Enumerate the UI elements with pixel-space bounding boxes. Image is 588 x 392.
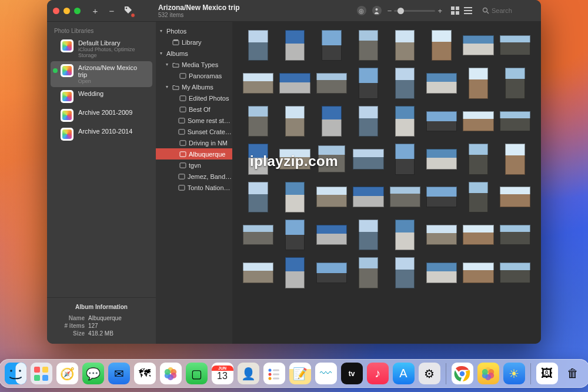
thumbnail-area[interactable] (232, 22, 541, 344)
thumbnail[interactable] (353, 182, 383, 212)
add-button[interactable]: + (90, 6, 101, 16)
thumbnail[interactable] (463, 182, 493, 212)
thumbnail[interactable] (426, 68, 457, 98)
library-item[interactable]: Archive 2010-2014 (51, 125, 152, 144)
dock-mail[interactable]: ✉︎ (108, 363, 130, 384)
thumbnail[interactable] (316, 144, 347, 174)
thumbnail[interactable] (500, 30, 530, 61)
dock-safari[interactable]: 🧭 (56, 363, 78, 384)
source-row[interactable]: Panoramas (156, 70, 232, 81)
source-row[interactable]: Albuquerque (156, 148, 232, 160)
dock-chrome[interactable] (452, 363, 473, 384)
dock-weather[interactable]: ☀︎ (503, 363, 525, 384)
disclosure-icon[interactable] (164, 62, 170, 67)
source-row[interactable]: Media Types (156, 59, 232, 70)
thumbnail[interactable] (243, 30, 273, 61)
thumbnail[interactable] (500, 144, 530, 174)
thumbnail[interactable] (243, 220, 273, 250)
thumbnail[interactable] (279, 30, 310, 61)
source-row[interactable]: Tonto National For... (156, 182, 232, 193)
thumbnail[interactable] (243, 106, 273, 137)
close-icon[interactable] (53, 8, 59, 14)
source-row[interactable]: My Albums (156, 81, 232, 92)
dock-facetime[interactable]: ▢ (186, 363, 208, 384)
dock-notes[interactable]: 📝 (289, 363, 311, 384)
thumbnail[interactable] (279, 220, 310, 250)
thumbnail[interactable] (316, 106, 347, 137)
dock-doc[interactable]: 🖼 (536, 363, 558, 384)
disclosure-icon[interactable] (164, 84, 170, 89)
thumbnail[interactable] (500, 68, 530, 98)
dock-launchpad[interactable] (31, 363, 52, 384)
thumbnail[interactable] (500, 182, 530, 212)
thumbnail[interactable] (426, 30, 457, 61)
thumbnail[interactable] (426, 144, 457, 174)
library-item[interactable]: Arizona/New Mexico tripOpen (51, 61, 152, 87)
thumbnail[interactable] (316, 220, 347, 250)
thumbnail[interactable] (426, 257, 457, 288)
minimize-icon[interactable] (64, 8, 70, 14)
thumbnail[interactable] (353, 30, 383, 61)
dock-appstore[interactable]: A (393, 363, 415, 384)
thumbnail[interactable] (463, 144, 493, 174)
thumbnail[interactable] (463, 257, 493, 288)
source-row[interactable]: Albums (156, 48, 232, 59)
thumbnail[interactable] (500, 106, 530, 137)
dock-trash[interactable]: 🗑 (562, 363, 584, 384)
dock-messages[interactable]: 💬 (82, 363, 104, 384)
dock-powerphotos[interactable] (477, 363, 499, 384)
dock-reminders[interactable] (263, 363, 285, 384)
thumbnail[interactable] (243, 144, 273, 174)
dock-finder[interactable] (5, 363, 26, 384)
thumbnail[interactable] (353, 68, 383, 98)
remove-button[interactable]: − (106, 6, 117, 16)
dock-contacts[interactable]: 👤 (238, 363, 259, 384)
thumbnail[interactable] (390, 68, 420, 98)
thumbnail[interactable] (390, 144, 420, 174)
zoom-out-icon[interactable]: − (387, 6, 392, 15)
thumbnail[interactable] (390, 182, 420, 212)
thumbnail[interactable] (279, 68, 310, 98)
disclosure-icon[interactable] (158, 28, 164, 34)
source-row[interactable]: Edited Photos (156, 92, 232, 104)
thumbnail[interactable] (316, 30, 347, 61)
thumbnail[interactable] (353, 220, 383, 250)
thumbnail[interactable] (316, 68, 347, 98)
thumbnail[interactable] (463, 220, 493, 250)
thumbnail[interactable] (243, 182, 273, 212)
source-row[interactable]: Photos (156, 25, 232, 36)
search-field[interactable] (482, 7, 535, 14)
thumbnail[interactable] (390, 106, 420, 137)
zoom-in-icon[interactable]: + (437, 6, 442, 15)
library-item[interactable]: Wedding (51, 87, 152, 106)
thumbnail[interactable] (243, 68, 273, 98)
thumbnail[interactable] (463, 30, 493, 61)
thumbnail[interactable] (426, 182, 457, 212)
dock-settings[interactable]: ⚙︎ (419, 363, 440, 384)
dock-photos[interactable] (160, 363, 182, 384)
source-row[interactable]: Jemez, Bandalier,... (156, 171, 232, 182)
source-row[interactable]: Some rest stop in... (156, 115, 232, 126)
thumbnail[interactable] (353, 257, 383, 288)
thumbnail[interactable] (279, 144, 310, 174)
thumbnail[interactable] (390, 30, 420, 61)
list-view-button[interactable] (463, 6, 473, 15)
thumbnail[interactable] (353, 144, 383, 174)
zoom-icon[interactable] (74, 8, 81, 14)
info-button[interactable]: ◎ (357, 6, 366, 15)
library-item[interactable]: Default LibraryiCloud Photos, Optimize S… (51, 36, 152, 61)
thumbnail[interactable] (390, 257, 420, 288)
source-row[interactable]: tgvn (156, 160, 232, 171)
dock-freeform[interactable]: 〰︎ (315, 363, 337, 384)
thumbnail[interactable] (243, 257, 273, 288)
thumbnail[interactable] (500, 257, 530, 288)
thumbnail[interactable] (353, 106, 383, 137)
thumbnail[interactable] (316, 182, 347, 212)
dock-maps[interactable]: 🗺 (134, 363, 156, 384)
thumbnail[interactable] (463, 106, 493, 137)
thumbnail[interactable] (500, 220, 530, 250)
source-row[interactable]: Driving in NM (156, 137, 232, 148)
thumbnail[interactable] (390, 220, 420, 250)
search-input[interactable] (492, 7, 527, 14)
source-row[interactable]: Sunset Crater & W... (156, 126, 232, 137)
